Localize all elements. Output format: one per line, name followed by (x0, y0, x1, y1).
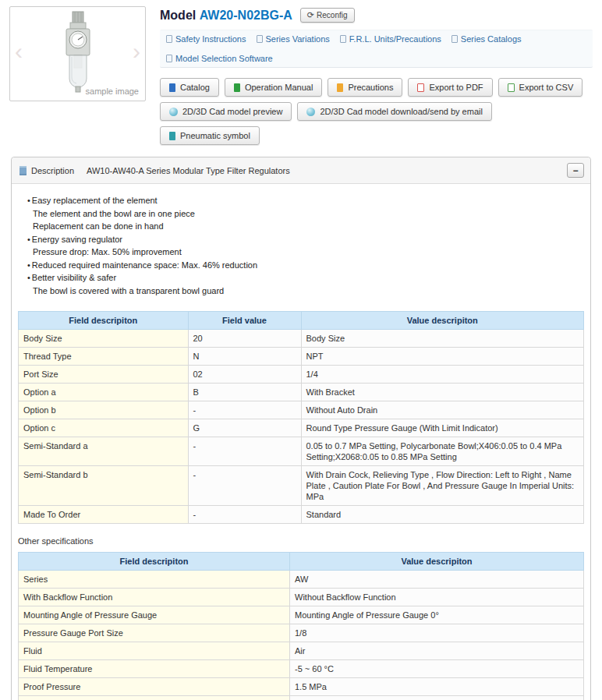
value-cell: 1 MPa (290, 696, 584, 700)
table-row: Option aBWith Bracket (19, 384, 584, 401)
prev-arrow-icon[interactable]: ‹ (15, 40, 23, 63)
button-label: Export to CSV (519, 83, 574, 92)
sample-image-caption: sample image (86, 87, 139, 96)
export-csv-icon (508, 83, 515, 92)
catalog-button[interactable]: Catalog (160, 78, 219, 97)
table-row: Pressure Gauge Port Size1/8 (19, 624, 584, 642)
configuration-table-head: Field descripitonField valueValue descri… (19, 312, 584, 330)
value-cell: 02 (188, 366, 301, 384)
document-icon (452, 35, 458, 43)
configuration-table-body: Body Size20Body SizeThread TypeNNPTPort … (19, 330, 584, 524)
operation-manual-file-icon (234, 83, 240, 92)
description-label: Description (31, 166, 74, 175)
operation-manual-button[interactable]: Operation Manual (225, 78, 322, 97)
doc-link-f-r-l-units-precautions[interactable]: F.R.L. Units/Precautions (340, 34, 441, 44)
value-cell: B (188, 384, 301, 401)
cad-sphere-icon (306, 108, 315, 116)
table-row: Body Size20Body Size (19, 330, 584, 348)
description-panel: Description AW10-AW40-A Series Modular T… (11, 157, 591, 700)
doc-link-label: F.R.L. Units/Precautions (349, 34, 441, 44)
table-row: Option b-Without Auto Drain (19, 401, 584, 419)
value-cell: NPT (301, 348, 584, 366)
feature-bullet-list: Easy replacement of the elementThe eleme… (12, 184, 590, 305)
action-buttons: CatalogOperation ManualPrecautionsExport… (160, 78, 593, 145)
button-label: Operation Manual (245, 83, 313, 92)
feature-bullet-subline: Replacement can be done in hand (27, 220, 575, 233)
table-row: Port Size021/4 (19, 366, 584, 384)
specifications-table: Field descripitonValue descripiton Serie… (18, 552, 584, 700)
doc-link-safety-instructions[interactable]: Safety Instructions (166, 34, 246, 44)
doc-link-series-variations[interactable]: Series Variations (257, 34, 330, 44)
table-row: Option cGRound Type Pressure Gauge (With… (19, 419, 584, 437)
doc-link-label: Model Selection Software (175, 54, 273, 63)
header-cell: Field descripiton (19, 553, 290, 571)
value-cell: N (188, 348, 301, 366)
configuration-table: Field descripitonField valueValue descri… (18, 311, 584, 524)
description-doc-icon (19, 166, 27, 175)
export-to-csv-button[interactable]: Export to CSV (498, 78, 583, 97)
document-icon (166, 35, 172, 43)
top-section: ‹ › sample image Model (0, 0, 602, 150)
2d-3d-cad-model-download-send-by-email-button[interactable]: 2D/3D Cad model download/send by email (297, 102, 492, 121)
pneumatic-symbol-button[interactable]: Pneumatic symbol (160, 126, 260, 145)
model-number: AW20-N02BG-A (200, 9, 292, 22)
other-specifications-label: Other specifications (18, 536, 584, 546)
value-cell: - (188, 401, 301, 419)
value-cell: -5 ~ 60 °C (290, 660, 584, 678)
value-cell: With Bracket (301, 384, 584, 401)
document-links-strip: Safety InstructionsSeries VariationsF.R.… (160, 30, 593, 68)
field-cell: Option b (19, 401, 189, 419)
button-label: Precautions (348, 83, 393, 92)
value-cell: Without Backflow Function (290, 589, 584, 606)
precautions-button[interactable]: Precautions (328, 78, 402, 97)
specifications-table-head: Field descripitonValue descripiton (19, 553, 584, 571)
value-cell: - (188, 506, 301, 524)
doc-link-label: Series Catalogs (461, 34, 522, 44)
header-cell: Field descripiton (19, 312, 189, 330)
doc-link-label: Safety Instructions (175, 34, 246, 44)
reconfig-button[interactable]: ⟳ Reconfig (300, 8, 355, 23)
value-cell: Body Size (301, 330, 584, 348)
header-cell: Value descripiton (301, 312, 584, 330)
header-cell: Field value (188, 312, 301, 330)
feature-bullet: Easy replacement of the element (27, 194, 575, 207)
document-icon (257, 35, 263, 43)
collapse-panel-button[interactable]: − (567, 163, 584, 178)
specifications-table-body: SeriesAWWith Backflow FunctionWithout Ba… (19, 571, 584, 700)
export-to-pdf-button[interactable]: Export to PDF (408, 78, 492, 97)
field-cell: Maximum operating pressure (19, 696, 290, 700)
value-cell: Standard (301, 506, 584, 524)
button-label: Export to PDF (429, 83, 483, 92)
table-row: With Backflow FunctionWithout Backflow F… (19, 589, 584, 606)
filter-regulator-illustration (53, 10, 103, 97)
value-cell: - (188, 437, 301, 466)
field-cell: Semi-Standard a (19, 437, 189, 466)
doc-link-series-catalogs[interactable]: Series Catalogs (452, 34, 522, 44)
table-header-row: Field descripitonValue descripiton (19, 553, 584, 571)
field-cell: Series (19, 571, 290, 589)
field-cell: Proof Pressure (19, 678, 290, 696)
catalog-file-icon (169, 83, 175, 92)
field-cell: Body Size (19, 330, 189, 348)
table-row: Proof Pressure1.5 MPa (19, 678, 584, 696)
table-row: Fluid Temperature-5 ~ 60 °C (19, 660, 584, 678)
table-row: Mounting Angle of Pressure GaugeMounting… (19, 606, 584, 624)
feature-bullet-subline: The bowl is covered with a transparent b… (27, 285, 575, 298)
export-pdf-icon (417, 83, 424, 92)
series-title: AW10-AW40-A Series Modular Type Filter R… (87, 166, 290, 175)
feature-bullet: Better visibility & safer (27, 271, 575, 285)
value-cell: 0.05 to 0.7 MPa Setting, Polycarbonate B… (301, 437, 584, 466)
value-cell: 1.5 MPa (290, 678, 584, 696)
table-row: SeriesAW (19, 571, 584, 589)
field-cell: Thread Type (19, 348, 189, 366)
value-cell: Mounting Angle of Pressure Gauge 0° (290, 606, 584, 624)
2d-3d-cad-model-preview-button[interactable]: 2D/3D Cad model preview (160, 102, 292, 121)
table-row: Semi-Standard a-0.05 to 0.7 MPa Setting,… (19, 437, 584, 466)
button-label: Pneumatic symbol (180, 131, 250, 140)
doc-link-model-selection-software[interactable]: Model Selection Software (166, 54, 273, 63)
button-label: 2D/3D Cad model preview (182, 107, 282, 116)
field-cell: Mounting Angle of Pressure Gauge (19, 606, 290, 624)
value-cell: With Drain Cock, Relieving Type , Flow D… (301, 466, 584, 506)
model-title: Model AW20-N02BG-A (160, 9, 292, 23)
next-arrow-icon[interactable]: › (133, 40, 140, 63)
